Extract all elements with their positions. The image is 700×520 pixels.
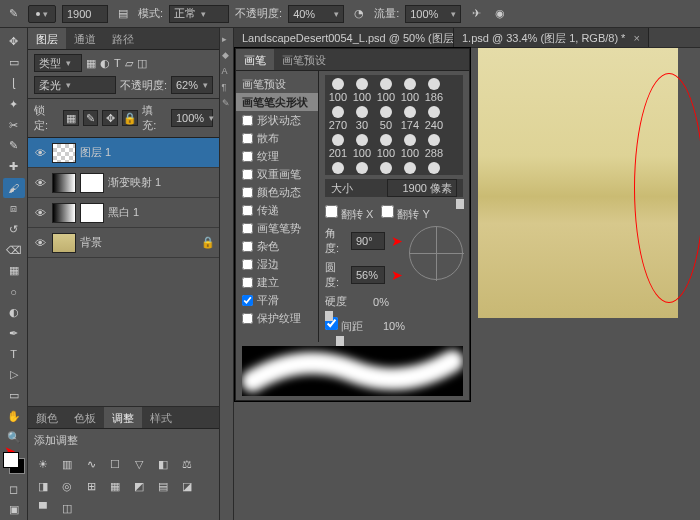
brush-tip-cell[interactable]: 288 <box>423 133 445 159</box>
document-tab[interactable]: 1.psd @ 33.4% (图层 1, RGB/8) *× <box>454 28 649 47</box>
screenmode-tool[interactable]: ▣ <box>3 500 25 520</box>
foreground-swatch[interactable] <box>3 452 19 468</box>
mini-icon[interactable]: ▸ <box>222 34 232 44</box>
brush-tip-cell[interactable]: 186 <box>423 77 445 103</box>
pose-item[interactable]: 画笔笔势 <box>236 219 318 237</box>
brush-tip-cell[interactable]: 40 <box>423 161 445 175</box>
brush-tip-shape-item[interactable]: 画笔笔尖形状 <box>236 93 318 111</box>
filter-smart-icon[interactable]: ◫ <box>137 57 147 70</box>
layer-thumb[interactable] <box>52 203 76 223</box>
lookup-icon[interactable]: ▦ <box>106 478 124 494</box>
tab-layers[interactable]: 图层 <box>28 28 66 49</box>
transfer-item[interactable]: 传递 <box>236 201 318 219</box>
mini-icon[interactable]: ✎ <box>222 98 232 108</box>
brush-tip-cell[interactable]: 174 <box>399 105 421 131</box>
history-brush-tool[interactable]: ↺ <box>3 219 25 239</box>
flow-input[interactable] <box>410 8 446 20</box>
pressure-size-icon[interactable]: ◉ <box>491 5 509 23</box>
type-tool[interactable]: T <box>3 344 25 364</box>
brush-tip-cell[interactable]: 100 <box>375 77 397 103</box>
selective-color-icon[interactable]: ◫ <box>58 500 76 516</box>
brush-preset-picker[interactable] <box>28 5 56 23</box>
close-icon[interactable]: × <box>633 28 639 47</box>
wand-tool[interactable]: ✦ <box>3 94 25 114</box>
brush-tip-cell[interactable]: 270 <box>327 105 349 131</box>
brush-tip-cell[interactable]: 100 <box>375 133 397 159</box>
quickmask-tool[interactable]: ◻ <box>3 479 25 499</box>
vibrance-icon[interactable]: ▽ <box>130 456 148 472</box>
path-tool[interactable]: ▷ <box>3 365 25 385</box>
smooth-item[interactable]: 平滑 <box>236 291 318 309</box>
airbrush-icon[interactable]: ✈ <box>467 5 485 23</box>
wet-item[interactable]: 湿边 <box>236 255 318 273</box>
flip-x-check[interactable]: 翻转 X <box>325 205 373 222</box>
layer-row[interactable]: 👁 背景 🔒 <box>28 228 219 258</box>
roundness-input[interactable]: 56% <box>351 266 385 284</box>
mini-icon[interactable]: ◆ <box>222 50 232 60</box>
shape-tool[interactable]: ▭ <box>3 386 25 406</box>
tab-color[interactable]: 颜色 <box>28 407 66 428</box>
filter-shape-icon[interactable]: ▱ <box>125 57 133 70</box>
texture-item[interactable]: 纹理 <box>236 147 318 165</box>
invert-icon[interactable]: ◩ <box>130 478 148 494</box>
move-tool[interactable]: ✥ <box>3 32 25 52</box>
brush-tip-cell[interactable]: 50 <box>375 105 397 131</box>
lock-all-icon[interactable]: 🔒 <box>122 110 138 126</box>
layer-thumb[interactable] <box>52 233 76 253</box>
tab-adjust[interactable]: 调整 <box>104 407 142 428</box>
pen-tool[interactable]: ✒ <box>3 323 25 343</box>
bw-icon[interactable]: ◨ <box>34 478 52 494</box>
tab-channels[interactable]: 通道 <box>66 28 104 49</box>
posterize-icon[interactable]: ▤ <box>154 478 172 494</box>
brush-tool[interactable]: 🖌 <box>3 178 25 198</box>
mini-icon[interactable]: A <box>222 66 232 76</box>
layer-row[interactable]: 👁 渐变映射 1 <box>28 168 219 198</box>
mask-thumb[interactable] <box>80 173 104 193</box>
channel-mixer-icon[interactable]: ⊞ <box>82 478 100 494</box>
filter-adjust-icon[interactable]: ◐ <box>100 57 110 70</box>
protect-item[interactable]: 保护纹理 <box>236 309 318 327</box>
marquee-tool[interactable]: ▭ <box>3 53 25 73</box>
tab-brush[interactable]: 画笔 <box>236 49 274 70</box>
tab-paths[interactable]: 路径 <box>104 28 142 49</box>
lock-position-icon[interactable]: ✥ <box>102 110 118 126</box>
threshold-icon[interactable]: ◪ <box>178 478 196 494</box>
layer-row[interactable]: 👁 黑白 1 <box>28 198 219 228</box>
exposure-icon[interactable]: ☐ <box>106 456 124 472</box>
blur-tool[interactable]: ○ <box>3 282 25 302</box>
brush-tip-cell[interactable]: 240 <box>423 105 445 131</box>
layer-blend-select[interactable]: 柔光 <box>34 76 116 94</box>
mask-thumb[interactable] <box>80 203 104 223</box>
stamp-tool[interactable]: ⧇ <box>3 199 25 219</box>
tab-brush-preset[interactable]: 画笔预设 <box>274 49 334 70</box>
gradient-map-icon[interactable]: ▀ <box>34 500 52 516</box>
hand-tool[interactable]: ✋ <box>3 407 25 427</box>
brush-tip-cell[interactable]: 100 <box>351 77 373 103</box>
visibility-icon[interactable]: 👁 <box>32 177 48 189</box>
visibility-icon[interactable]: 👁 <box>32 207 48 219</box>
noise-item[interactable]: 杂色 <box>236 237 318 255</box>
brush-tip-cell[interactable]: 50 <box>327 161 349 175</box>
brush-tip-cell[interactable]: 100 <box>399 133 421 159</box>
opacity-input[interactable] <box>293 8 329 20</box>
flip-y-check[interactable]: 翻转 Y <box>381 205 429 222</box>
filter-kind[interactable]: 类型 <box>34 54 82 72</box>
brush-tip-cell[interactable]: 14 <box>351 161 373 175</box>
brush-tip-cell[interactable]: 10 <box>375 161 397 175</box>
visibility-icon[interactable]: 👁 <box>32 147 48 159</box>
size-value[interactable]: 1900 像素 <box>387 179 457 197</box>
brush-size-input[interactable] <box>67 8 103 20</box>
document-tab[interactable]: LandscapeDesert0054_L.psd @ 50% (图层 1, R… <box>234 28 454 47</box>
brush-preset-item[interactable]: 画笔预设 <box>236 75 318 93</box>
color-swatches[interactable] <box>0 448 29 478</box>
visibility-icon[interactable]: 👁 <box>32 237 48 249</box>
toggle-panel-icon[interactable]: ▤ <box>114 5 132 23</box>
photo-filter-icon[interactable]: ◎ <box>58 478 76 494</box>
layer-opacity-input[interactable]: 62% <box>171 76 213 94</box>
lock-pixels-icon[interactable]: ✎ <box>83 110 99 126</box>
mini-icon[interactable]: ¶ <box>222 82 232 92</box>
blend-mode-select[interactable]: 正常 <box>169 5 229 23</box>
brush-tip-cell[interactable]: 201 <box>327 133 349 159</box>
gradient-tool[interactable]: ▦ <box>3 261 25 281</box>
lock-transparent-icon[interactable]: ▦ <box>63 110 79 126</box>
